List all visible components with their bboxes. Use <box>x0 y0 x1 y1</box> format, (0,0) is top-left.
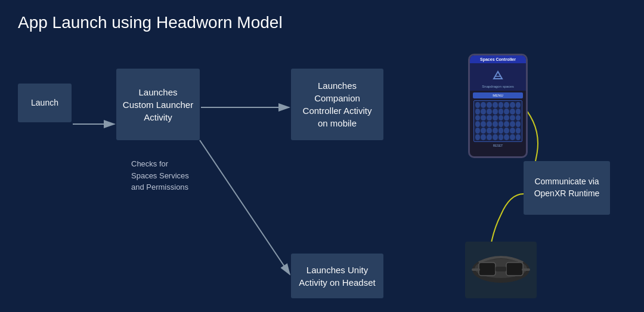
snapdragon-logo <box>490 67 506 84</box>
phone-logo-text: Snapdragon spaces <box>482 85 513 88</box>
headset-svg <box>468 245 534 295</box>
svg-rect-11 <box>496 267 506 271</box>
phone-logo-area: Snapdragon spaces <box>470 63 526 91</box>
unity-activity-label: Launches Unity Activity on Headset <box>297 264 377 289</box>
svg-rect-9 <box>479 262 496 276</box>
unity-activity-box: Launches Unity Activity on Headset <box>291 254 383 298</box>
phone-mockup: Spaces Controller Snapdragon spaces MENU <box>468 54 528 158</box>
phone-menu-bar: MENU <box>473 92 524 98</box>
checks-text: Checks forSpaces Servicesand Permissions <box>131 159 189 191</box>
diagram-area: Launch Launches Custom Launcher Activity… <box>0 36 644 312</box>
custom-launcher-label: Launches Custom Launcher Activity <box>122 86 194 123</box>
svg-rect-10 <box>506 262 523 276</box>
launch-app-box: Launch <box>18 84 72 122</box>
companion-controller-box: Launches Companion Controller Activity o… <box>291 69 383 140</box>
communicate-box: Communicate via OpenXR Runtime <box>524 161 610 215</box>
communicate-label: Communicate via OpenXR Runtime <box>530 176 604 199</box>
phone-grid <box>473 100 523 142</box>
svg-line-4 <box>200 140 290 274</box>
companion-controller-label: Launches Companion Controller Activity o… <box>297 79 377 129</box>
page-title: App Launch using Headworn Model <box>0 0 644 32</box>
checks-label: Checks forSpaces Servicesand Permissions <box>131 158 189 193</box>
svg-rect-5 <box>490 67 506 84</box>
phone-header-text: Spaces Controller <box>470 55 526 63</box>
headset-image <box>465 242 537 298</box>
launch-app-label: Launch <box>31 97 58 109</box>
phone-reset-text: RESET <box>493 144 503 147</box>
custom-launcher-box: Launches Custom Launcher Activity <box>116 69 200 140</box>
